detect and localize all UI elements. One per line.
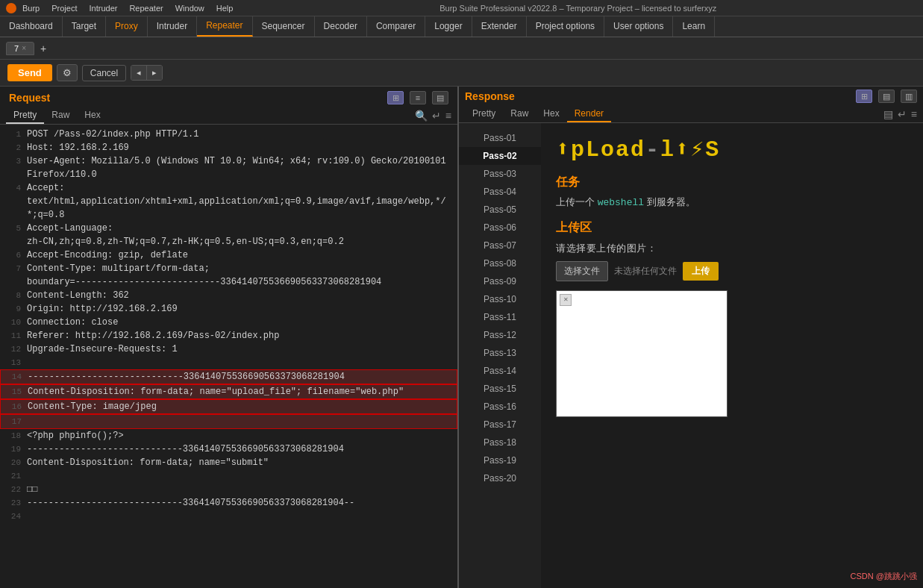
response-tab-pretty[interactable]: Pretty bbox=[465, 106, 503, 122]
resp-view-3-icon[interactable]: ▥ bbox=[901, 90, 917, 103]
line-number: 21 bbox=[3, 469, 21, 483]
view-split-icon[interactable]: ⊞ bbox=[387, 91, 404, 104]
settings-button[interactable]: ⚙ bbox=[57, 64, 78, 81]
send-button[interactable]: Send bbox=[7, 64, 52, 81]
menu-intruder[interactable]: Intruder bbox=[90, 4, 118, 13]
request-tab-hex[interactable]: Hex bbox=[77, 107, 107, 124]
sidebar-item-pass-16[interactable]: Pass-16 bbox=[459, 398, 541, 416]
line-number: 9 bbox=[3, 302, 21, 316]
sidebar-item-pass-04[interactable]: Pass-04 bbox=[459, 183, 541, 201]
nav-tab-user-options[interactable]: User options bbox=[604, 16, 673, 37]
resp-view-2-icon[interactable]: ▤ bbox=[878, 90, 895, 103]
code-line: 6Accept-Encoding: gzip, deflate bbox=[0, 248, 457, 262]
menu-window[interactable]: Window bbox=[175, 4, 204, 13]
nav-tab-sequencer[interactable]: Sequencer bbox=[253, 16, 315, 37]
upload-labs-content: ⬆pLoad-l⬆⚡S 任务 上传一个 webshell 到服务器。 上传区 请… bbox=[541, 123, 923, 588]
line-number: 24 bbox=[3, 510, 21, 523]
prev-button[interactable]: ◂ bbox=[131, 66, 147, 80]
sidebar-item-pass-15[interactable]: Pass-15 bbox=[459, 380, 541, 398]
code-line: 13 bbox=[0, 356, 457, 369]
request-panel-header: Request ⊞ ≡ ▤ bbox=[0, 87, 457, 104]
broken-image-icon: ✕ bbox=[560, 294, 572, 306]
sidebar-item-pass-18[interactable]: Pass-18 bbox=[459, 434, 541, 451]
upload-section: 上传区 请选择要上传的图片： 选择文件 未选择任何文件 上传 ✕ bbox=[556, 220, 908, 417]
sidebar-item-pass-17[interactable]: Pass-17 bbox=[459, 416, 541, 434]
nav-tab-project-options[interactable]: Project options bbox=[527, 16, 604, 37]
nav-tab-proxy[interactable]: Proxy bbox=[106, 16, 148, 37]
menu-icon[interactable]: ≡ bbox=[445, 110, 451, 122]
menu-help[interactable]: Help bbox=[216, 4, 234, 13]
request-tab-raw[interactable]: Raw bbox=[44, 107, 77, 124]
repeater-tab-7[interactable]: 7 × bbox=[6, 42, 34, 55]
sidebar-item-pass-07[interactable]: Pass-07 bbox=[459, 237, 541, 254]
nav-tab-comparer[interactable]: Comparer bbox=[367, 16, 425, 37]
next-button[interactable]: ▸ bbox=[147, 66, 162, 80]
nav-tab-target[interactable]: Target bbox=[63, 16, 106, 37]
nav-tab-decoder[interactable]: Decoder bbox=[315, 16, 367, 37]
upload-labs-logo: ⬆pLoad-l⬆⚡S bbox=[556, 135, 908, 163]
response-tab-hex[interactable]: Hex bbox=[536, 106, 566, 122]
sidebar-item-pass-13[interactable]: Pass-13 bbox=[459, 344, 541, 362]
code-line: 22□□ bbox=[0, 483, 457, 496]
sidebar-item-pass-10[interactable]: Pass-10 bbox=[459, 290, 541, 308]
code-line: 18<?php phpinfo();?> bbox=[0, 429, 457, 442]
sidebar-item-pass-06[interactable]: Pass-06 bbox=[459, 219, 541, 237]
title-bar: Burp Project Intruder Repeater Window He… bbox=[0, 0, 923, 16]
sidebar-item-pass-01[interactable]: Pass-01 bbox=[459, 129, 541, 147]
sidebar-item-pass-19[interactable]: Pass-19 bbox=[459, 451, 541, 469]
line-content: □□ bbox=[27, 483, 454, 496]
line-number: 10 bbox=[3, 316, 21, 329]
sidebar-item-pass-09[interactable]: Pass-09 bbox=[459, 272, 541, 290]
line-content: Content-Type: multipart/form-data; bound… bbox=[27, 262, 454, 289]
sidebar-item-pass-03[interactable]: Pass-03 bbox=[459, 165, 541, 183]
resp-menu-icon[interactable]: ≡ bbox=[911, 108, 917, 120]
resp-list-icon[interactable]: ▤ bbox=[883, 108, 893, 120]
sidebar-item-pass-11[interactable]: Pass-11 bbox=[459, 308, 541, 326]
view-compact-icon[interactable]: ▤ bbox=[432, 91, 448, 104]
add-tab-button[interactable]: + bbox=[40, 43, 46, 54]
cancel-button[interactable]: Cancel bbox=[82, 65, 126, 81]
upload-button[interactable]: 上传 bbox=[683, 262, 719, 281]
sidebar-item-pass-12[interactable]: Pass-12 bbox=[459, 326, 541, 344]
response-tab-render[interactable]: Render bbox=[567, 106, 611, 122]
line-content: Host: 192.168.2.169 bbox=[27, 141, 454, 154]
sidebar-item-pass-08[interactable]: Pass-08 bbox=[459, 254, 541, 272]
line-content: -----------------------------33641407553… bbox=[27, 496, 454, 510]
tab-close-icon[interactable]: × bbox=[22, 44, 26, 52]
nav-tab-dashboard[interactable]: Dashboard bbox=[0, 16, 63, 37]
line-number: 22 bbox=[3, 483, 21, 496]
nav-tab-repeater[interactable]: Repeater bbox=[197, 16, 252, 37]
response-panel: Response ⊞ ▤ ▥ Pretty Raw Hex Render ▤ ↵… bbox=[459, 87, 923, 588]
resp-view-1-icon[interactable]: ⊞ bbox=[856, 90, 872, 103]
code-line: 17 bbox=[0, 414, 457, 429]
code-line: 11Referer: http://192.168.2.169/Pass-02/… bbox=[0, 329, 457, 343]
sidebar-item-pass-20[interactable]: Pass-20 bbox=[459, 469, 541, 487]
line-content: Upgrade-Insecure-Requests: 1 bbox=[27, 343, 454, 356]
sidebar-item-pass-05[interactable]: Pass-05 bbox=[459, 201, 541, 219]
view-lines-icon[interactable]: ≡ bbox=[410, 91, 426, 104]
task-desc-before: 上传一个 bbox=[556, 196, 595, 207]
navigation-arrows: ◂ ▸ bbox=[131, 65, 163, 81]
menu-repeater[interactable]: Repeater bbox=[129, 4, 163, 13]
choose-file-button[interactable]: 选择文件 bbox=[556, 261, 608, 281]
sidebar-item-pass-14[interactable]: Pass-14 bbox=[459, 362, 541, 380]
line-number: 23 bbox=[3, 496, 21, 510]
nav-tab-intruder[interactable]: Intruder bbox=[148, 16, 197, 37]
line-number: 7 bbox=[3, 262, 21, 289]
nav-tab-extender[interactable]: Extender bbox=[472, 16, 527, 37]
request-tab-pretty[interactable]: Pretty bbox=[6, 107, 44, 124]
nav-tab-learn[interactable]: Learn bbox=[673, 16, 715, 37]
indent-icon[interactable]: ↵ bbox=[432, 110, 441, 122]
menu-burp[interactable]: Burp bbox=[22, 4, 40, 13]
resp-lines-icon[interactable]: ↵ bbox=[898, 108, 907, 120]
sidebar-item-pass-02[interactable]: Pass-02 bbox=[459, 147, 541, 165]
render-area[interactable]: Pass-01Pass-02Pass-03Pass-04Pass-05Pass-… bbox=[459, 123, 923, 588]
request-code-area[interactable]: 1POST /Pass-02/index.php HTTP/1.12Host: … bbox=[0, 125, 457, 588]
search-icon[interactable]: 🔍 bbox=[415, 110, 428, 122]
nav-tab-logger[interactable]: Logger bbox=[425, 16, 472, 37]
menu-project[interactable]: Project bbox=[51, 4, 77, 13]
line-number: 16 bbox=[4, 400, 22, 413]
task-section: 任务 上传一个 webshell 到服务器。 bbox=[556, 175, 908, 211]
task-title: 任务 bbox=[556, 175, 908, 190]
response-tab-raw[interactable]: Raw bbox=[503, 106, 536, 122]
